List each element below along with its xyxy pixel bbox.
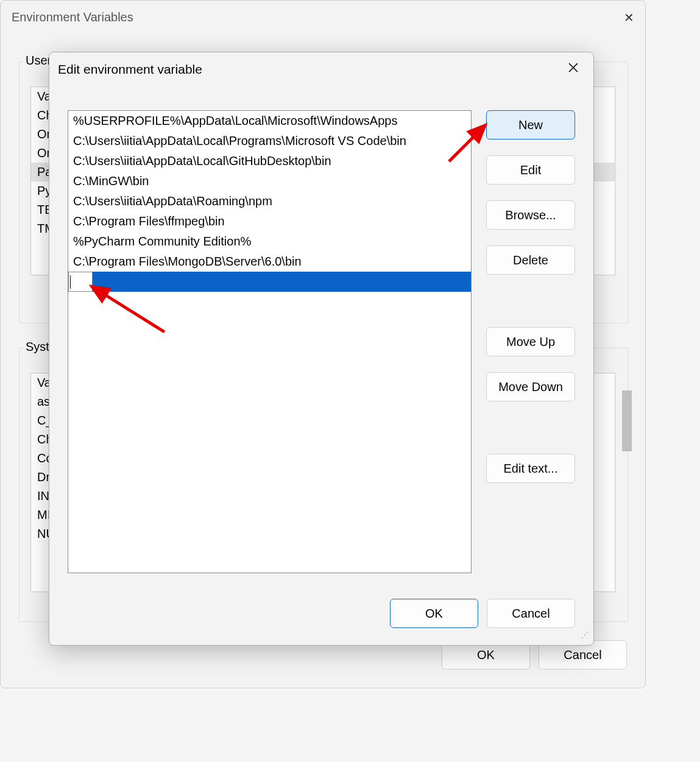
scrollbar-thumb[interactable]	[622, 390, 632, 451]
resize-grip-icon[interactable]: ⋰	[581, 633, 590, 641]
path-list-item[interactable]: C:\Users\iitia\AppData\Local\Programs\Mi…	[68, 131, 471, 151]
path-list-item[interactable]: C:\MinGW\bin	[68, 171, 471, 191]
new-button[interactable]: New	[486, 110, 575, 139]
edit-dialog-footer: OK Cancel	[390, 599, 575, 628]
path-listbox[interactable]: %USERPROFILE%\AppData\Local\Microsoft\Wi…	[68, 110, 472, 573]
path-edit-row[interactable]	[68, 272, 471, 292]
env-vars-titlebar: Environment Variables ✕	[1, 1, 645, 34]
path-list-item[interactable]: %USERPROFILE%\AppData\Local\Microsoft\Wi…	[68, 111, 471, 131]
side-button-panel: New Edit Browse... Delete Move Up Move D…	[486, 110, 575, 584]
move-down-button[interactable]: Move Down	[486, 372, 575, 401]
close-icon[interactable]: ✕	[624, 10, 634, 25]
path-edit-selection	[93, 272, 471, 292]
edit-button[interactable]: Edit	[486, 155, 575, 185]
close-icon[interactable]	[562, 58, 585, 80]
edit-dialog-title: Edit environment variable	[58, 62, 202, 77]
env-vars-title: Environment Variables	[12, 10, 133, 24]
edit-titlebar: Edit environment variable	[49, 52, 593, 86]
path-list-item[interactable]: C:\Program Files\ffmpeg\bin	[68, 211, 471, 231]
path-edit-input[interactable]	[68, 272, 93, 292]
path-list-item[interactable]: C:\Users\iitia\AppData\Roaming\npm	[68, 191, 471, 211]
path-list-item[interactable]: C:\Program Files\MongoDB\Server\6.0\bin	[68, 252, 471, 272]
browse-button[interactable]: Browse...	[486, 200, 575, 230]
move-up-button[interactable]: Move Up	[486, 327, 575, 356]
path-list-item[interactable]: C:\Users\iitia\AppData\Local\GitHubDeskt…	[68, 151, 471, 171]
ok-button[interactable]: OK	[390, 599, 478, 628]
delete-button[interactable]: Delete	[486, 245, 575, 275]
cancel-button[interactable]: Cancel	[487, 599, 575, 628]
edit-env-var-dialog: Edit environment variable %USERPROFILE%\…	[49, 52, 594, 646]
path-list-item[interactable]: %PyCharm Community Edition%	[68, 231, 471, 252]
edit-text-button[interactable]: Edit text...	[486, 454, 575, 483]
